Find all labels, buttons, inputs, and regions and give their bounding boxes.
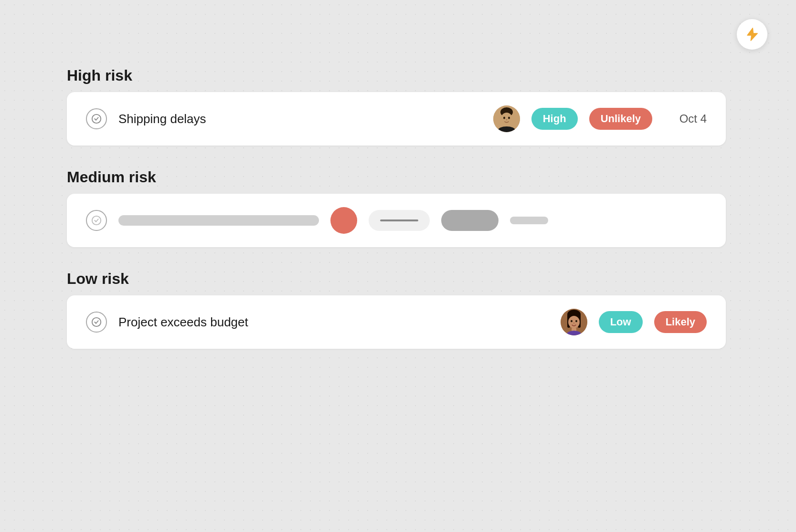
redacted-line bbox=[380, 219, 418, 221]
priority-badge-low: Low bbox=[599, 311, 643, 333]
svg-point-5 bbox=[508, 117, 510, 119]
lightning-button[interactable] bbox=[737, 19, 767, 50]
svg-point-16 bbox=[571, 320, 573, 322]
check-icon-medium bbox=[86, 210, 107, 231]
avatar-male bbox=[493, 105, 520, 132]
svg-point-10 bbox=[92, 318, 101, 326]
low-risk-title: Low risk bbox=[67, 270, 726, 288]
avatar-female bbox=[561, 309, 587, 335]
redacted-avatar bbox=[330, 207, 357, 234]
svg-point-18 bbox=[573, 323, 574, 323]
high-risk-title: High risk bbox=[67, 67, 726, 84]
svg-point-4 bbox=[503, 117, 505, 119]
svg-point-17 bbox=[575, 320, 577, 322]
medium-risk-title: Medium risk bbox=[67, 168, 726, 186]
redacted-name-bar bbox=[118, 215, 319, 226]
task-name-shipping: Shipping delays bbox=[118, 112, 482, 126]
svg-point-6 bbox=[506, 119, 507, 120]
date-text-oct4: Oct 4 bbox=[664, 112, 707, 125]
svg-point-3 bbox=[501, 113, 512, 125]
check-icon-low bbox=[86, 312, 107, 333]
shipping-delays-card[interactable]: Shipping delays bbox=[67, 92, 726, 146]
project-budget-card[interactable]: Project exceeds budget bbox=[67, 295, 726, 349]
svg-point-9 bbox=[92, 216, 101, 225]
task-name-budget: Project exceeds budget bbox=[118, 315, 549, 330]
redacted-date bbox=[510, 217, 548, 224]
likelihood-badge-likely: Likely bbox=[654, 311, 707, 333]
redacted-badge-likelihood bbox=[441, 210, 499, 231]
svg-point-15 bbox=[568, 316, 580, 328]
medium-risk-section: Medium risk bbox=[67, 168, 726, 247]
high-risk-section: High risk Shipping delays bbox=[67, 67, 726, 146]
priority-badge-high: High bbox=[531, 108, 578, 130]
low-risk-section: Low risk Project exceeds budget bbox=[67, 270, 726, 349]
svg-point-0 bbox=[92, 115, 101, 123]
likelihood-badge-unlikely: Unlikely bbox=[589, 108, 652, 130]
check-icon bbox=[86, 108, 107, 129]
medium-risk-card bbox=[67, 194, 726, 247]
redacted-badge-priority bbox=[369, 210, 430, 231]
main-content: High risk Shipping delays bbox=[67, 67, 726, 372]
